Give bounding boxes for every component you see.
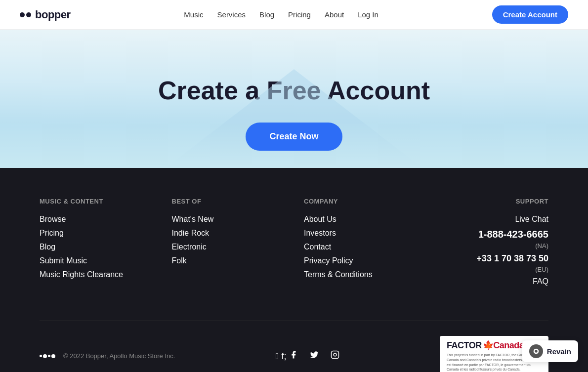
footer-links-support: Live Chat	[436, 215, 549, 224]
footer-link-folk[interactable]: Folk	[172, 256, 187, 265]
support-phone-na: 1-888-423-6665	[436, 229, 549, 240]
footer-heading-company: Company	[304, 198, 417, 205]
facebook-icon: 	[276, 351, 279, 361]
footer-links-company: About Us Investors Contact Privacy Polic…	[304, 215, 417, 279]
footer-dot-3	[48, 355, 50, 357]
support-phone-eu: +33 1 70 38 73 50	[436, 253, 549, 264]
nav-about[interactable]: About	[325, 10, 344, 19]
footer-link-browse[interactable]: Browse	[40, 215, 66, 223]
footer-link-terms[interactable]: Terms & Conditions	[304, 270, 373, 279]
facebook-link[interactable]:  f;	[276, 350, 298, 362]
footer-col-support: Support Live Chat 1-888-423-6665 (NA) +3…	[436, 198, 549, 291]
footer-link-whats-new[interactable]: What's New	[172, 215, 214, 223]
instagram-svg-icon	[331, 350, 339, 359]
support-phone-eu-note: (EU)	[436, 266, 549, 273]
nav-links: Music Services Blog Pricing About Log In	[184, 10, 378, 19]
svg-rect-0	[331, 351, 338, 359]
footer-link-music-rights[interactable]: Music Rights Clearance	[40, 270, 123, 279]
footer-link-privacy[interactable]: Privacy Policy	[304, 256, 353, 265]
footer-grid: Music & Content Browse Pricing Blog Subm…	[40, 198, 548, 291]
svg-point-3	[535, 350, 537, 352]
logo-dot-1	[20, 12, 25, 17]
navbar: bopper Music Services Blog Pricing About…	[0, 0, 588, 30]
revain-badge[interactable]: Revain	[522, 340, 578, 362]
social-links:  f;	[276, 350, 339, 362]
factor-logo-text: FACTOR 🍁Canada	[447, 340, 524, 351]
footer-dot-4	[51, 354, 55, 358]
support-phone-na-note: (NA)	[436, 242, 549, 249]
facebook-icon-text: f;	[281, 351, 286, 361]
footer-link-investors[interactable]: Investors	[304, 229, 336, 237]
logo-link[interactable]: bopper	[20, 8, 71, 21]
footer-heading-music: Music & Content	[40, 198, 152, 205]
footer-logo-icon	[40, 354, 55, 358]
facebook-svg-icon	[289, 350, 298, 359]
footer-link-about-us[interactable]: About Us	[304, 215, 336, 223]
canada-text: 🍁Canada	[483, 340, 524, 351]
footer-link-pricing[interactable]: Pricing	[40, 229, 64, 237]
footer-col-music: Music & Content Browse Pricing Blog Subm…	[40, 198, 152, 291]
logo-dot-2	[26, 12, 31, 17]
twitter-link[interactable]	[310, 350, 319, 362]
footer-bottom: © 2022 Bopper, Apollo Music Store Inc. …	[40, 321, 548, 372]
hero-section: Create a Free Account Create Now	[0, 30, 588, 168]
footer-links-music: Browse Pricing Blog Submit Music Music R…	[40, 215, 152, 279]
logo-icon	[20, 12, 31, 17]
footer-col-company: Company About Us Investors Contact Priva…	[304, 198, 417, 291]
footer-link-live-chat[interactable]: Live Chat	[515, 215, 548, 223]
footer-link-indie-rock[interactable]: Indie Rock	[172, 229, 210, 237]
footer-links-bestof: What's New Indie Rock Electronic Folk	[172, 215, 285, 265]
footer-link-contact[interactable]: Contact	[304, 243, 331, 251]
create-account-button[interactable]: Create Account	[492, 5, 568, 24]
copyright-text: © 2022 Bopper, Apollo Music Store Inc.	[63, 352, 175, 360]
logo-text: bopper	[35, 8, 71, 21]
instagram-link[interactable]	[331, 350, 339, 362]
footer-link-blog[interactable]: Blog	[40, 243, 55, 251]
revain-label: Revain	[547, 347, 571, 356]
nav-pricing[interactable]: Pricing	[288, 10, 311, 19]
revain-icon	[529, 344, 543, 358]
nav-services[interactable]: Services	[217, 10, 246, 19]
footer-link-faq[interactable]: FAQ	[533, 277, 548, 286]
footer-heading-support: Support	[436, 198, 549, 205]
revain-svg-icon	[532, 347, 540, 355]
nav-login[interactable]: Log In	[358, 10, 378, 19]
footer: Music & Content Browse Pricing Blog Subm…	[0, 168, 588, 372]
footer-dot-2	[43, 354, 47, 358]
nav-music[interactable]: Music	[184, 10, 203, 19]
footer-links-faq: FAQ	[436, 277, 549, 286]
footer-link-submit-music[interactable]: Submit Music	[40, 256, 87, 265]
twitter-svg-icon	[310, 350, 319, 359]
nav-blog[interactable]: Blog	[259, 10, 274, 19]
create-now-button[interactable]: Create Now	[246, 123, 342, 151]
footer-col-bestof: Best Of What's New Indie Rock Electronic…	[172, 198, 285, 291]
footer-dot-1	[40, 355, 42, 357]
factor-text: FACTOR	[447, 340, 482, 351]
footer-left: © 2022 Bopper, Apollo Music Store Inc.	[40, 352, 175, 360]
footer-link-electronic[interactable]: Electronic	[172, 243, 207, 251]
footer-heading-bestof: Best Of	[172, 198, 285, 205]
